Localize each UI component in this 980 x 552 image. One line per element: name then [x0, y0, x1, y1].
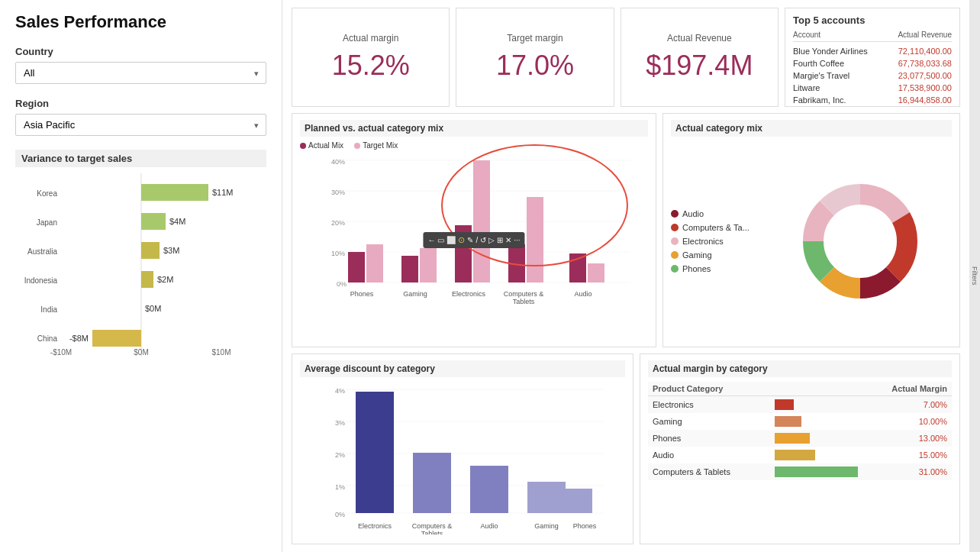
account-value: 17,538,900.00 — [898, 83, 952, 92]
margin-pct-value: 31.00% — [892, 463, 952, 480]
svg-text:Gaming: Gaming — [534, 522, 559, 530]
legend-target-mix: Target Mix — [354, 141, 398, 150]
country-select-wrapper[interactable]: All ▾ — [15, 62, 266, 84]
margin-bar-cell — [770, 413, 892, 430]
toolbar-copy-btn[interactable]: ⬜ — [446, 236, 456, 244]
account-name: Fabrikam, Inc. — [793, 95, 846, 105]
svg-text:Gaming: Gaming — [403, 290, 427, 298]
accounts-list: Blue Yonder Airlines72,110,400.00Fourth … — [793, 45, 952, 106]
account-value: 16,944,858.00 — [898, 95, 952, 105]
page-title: Sales Performance — [15, 12, 266, 32]
donut-chart — [776, 173, 944, 310]
svg-rect-29 — [401, 256, 418, 282]
account-value: 72,110,400.00 — [898, 47, 952, 56]
svg-text:China: China — [37, 334, 58, 343]
margin-table: Product Category Actual Margin Electroni… — [648, 382, 952, 480]
toolbar-play-btn[interactable]: ▷ — [488, 236, 495, 244]
svg-rect-33 — [473, 160, 490, 282]
donut-legend: Audio Computers & Ta... Electronics Gami… — [671, 209, 770, 273]
toolbar-back-btn[interactable]: ← — [427, 236, 435, 244]
toolbar-slash-btn[interactable]: / — [475, 236, 478, 244]
svg-text:40%: 40% — [331, 158, 345, 166]
target-margin-label: Target margin — [507, 33, 563, 44]
region-select[interactable]: Asia Pacific — [15, 114, 266, 136]
svg-text:$0M: $0M — [145, 304, 161, 313]
svg-text:Indonesia: Indonesia — [24, 276, 58, 285]
svg-text:Tablets: Tablets — [513, 298, 535, 305]
svg-text:Audio: Audio — [480, 522, 498, 530]
svg-text:Audio: Audio — [574, 290, 592, 298]
toolbar-more-btn[interactable]: ··· — [514, 236, 520, 244]
bar-japan — [141, 213, 166, 230]
revenue-col-header: Actual Revenue — [898, 31, 952, 39]
svg-text:20%: 20% — [331, 219, 345, 227]
actual-revenue-label: Actual Revenue — [667, 33, 732, 44]
legend-actual-mix: Actual Mix — [300, 141, 343, 150]
account-row: Litware17,538,900.00 — [793, 82, 952, 94]
account-value: 23,077,500.00 — [898, 71, 952, 80]
svg-rect-58 — [470, 466, 508, 513]
svg-rect-30 — [420, 248, 437, 282]
filters-panel[interactable]: Filters — [969, 0, 980, 552]
bar-indonesia — [141, 271, 153, 288]
toolbar-refresh-btn[interactable]: ↺ — [480, 236, 486, 244]
legend-audio: Audio — [671, 209, 770, 218]
region-select-wrapper[interactable]: Asia Pacific ▾ — [15, 114, 266, 136]
avg-discount-panel: Average discount by category 4% 3% 2% 1%… — [292, 353, 633, 544]
account-value: 67,738,033.68 — [898, 59, 952, 68]
toolbar[interactable]: ← ▭ ⬜ ⊙ ✎ / ↺ ▷ ⊞ ✕ ··· — [423, 232, 524, 248]
account-row: Fabrikam, Inc.16,944,858.00 — [793, 94, 952, 106]
svg-rect-55 — [413, 453, 451, 513]
toolbar-edit-btn[interactable]: ✎ — [467, 236, 473, 244]
svg-text:0%: 0% — [335, 511, 345, 518]
svg-text:Australia: Australia — [27, 247, 57, 256]
svg-rect-53 — [356, 392, 394, 513]
bar-korea — [141, 184, 208, 201]
svg-text:$11M: $11M — [212, 188, 234, 197]
svg-rect-35 — [508, 244, 525, 282]
kpi-row: Actual margin 15.2% Target margin 17.0% … — [292, 8, 960, 107]
svg-text:10%: 10% — [331, 250, 345, 257]
country-select[interactable]: All — [15, 62, 266, 84]
actual-revenue-value: $197.4M — [646, 50, 753, 82]
actual-margin-label: Actual margin — [343, 33, 398, 44]
margin-category: Electronics — [648, 396, 770, 414]
sidebar: Sales Performance Country All ▾ Region A… — [0, 0, 282, 552]
toolbar-grid-btn[interactable]: ⊞ — [497, 236, 503, 244]
svg-rect-62 — [562, 489, 592, 513]
margin-bar-cell — [770, 430, 892, 447]
toolbar-close-btn[interactable]: ✕ — [505, 236, 511, 244]
avg-discount-chart: 4% 3% 2% 1% 0% Electronics — [300, 382, 625, 534]
svg-text:30%: 30% — [331, 189, 345, 196]
svg-point-42 — [826, 207, 895, 276]
margin-col-header: Actual Margin — [770, 382, 952, 396]
margin-bar-cell — [770, 396, 892, 414]
svg-rect-36 — [527, 197, 543, 282]
margin-table-row: Audio 15.00% — [648, 447, 952, 463]
margin-bar-cell — [770, 447, 892, 463]
actual-margin-panel: Actual margin by category Product Catego… — [640, 353, 960, 544]
margin-pct-value: 15.00% — [892, 447, 952, 463]
svg-text:Japan: Japan — [37, 218, 57, 227]
margin-table-row: Phones 13.00% — [648, 430, 952, 447]
bar-china — [92, 330, 141, 347]
svg-text:$3M: $3M — [163, 246, 179, 255]
actual-margin-card: Actual margin 15.2% — [292, 8, 450, 107]
margin-bar-cell — [770, 463, 892, 480]
account-row: Blue Yonder Airlines72,110,400.00 — [793, 45, 952, 57]
legend-electronics: Electronics — [671, 237, 770, 246]
toolbar-target-btn[interactable]: ⊙ — [458, 235, 465, 245]
margin-category: Gaming — [648, 413, 770, 430]
account-name: Litware — [793, 83, 820, 92]
account-name: Blue Yonder Airlines — [793, 47, 868, 56]
margin-table-row: Electronics 7.00% — [648, 396, 952, 414]
svg-rect-40 — [588, 263, 604, 282]
svg-text:Computers &: Computers & — [412, 522, 453, 530]
avg-discount-title: Average discount by category — [300, 360, 625, 377]
actual-category-mix-panel: Actual category mix Audio Computers & Ta… — [662, 113, 960, 347]
legend-phones: Phones — [671, 264, 770, 273]
actual-revenue-card: Actual Revenue $197.4M — [621, 8, 779, 107]
svg-text:Phones: Phones — [350, 290, 374, 298]
actual-category-mix-title: Actual category mix — [671, 120, 952, 137]
toolbar-square-btn[interactable]: ▭ — [437, 236, 444, 244]
